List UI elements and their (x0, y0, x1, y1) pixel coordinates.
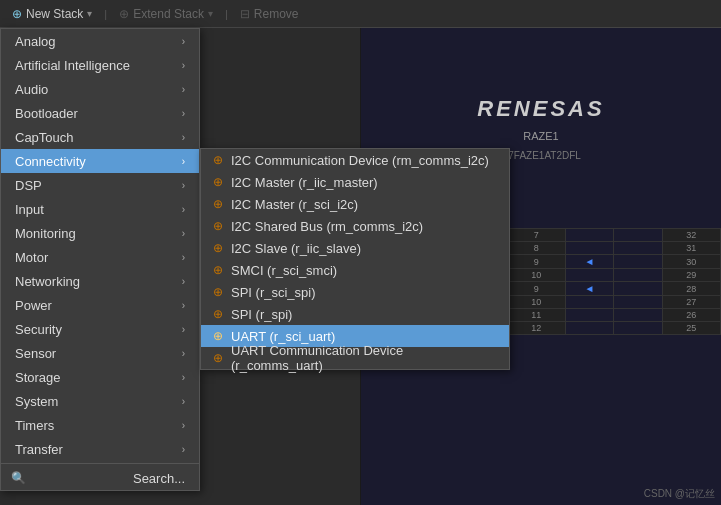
plug-icon: ⊕ (213, 285, 223, 299)
submenu-item-i2c-shared[interactable]: ⊕ I2C Shared Bus (rm_comms_i2c) (201, 215, 509, 237)
plug-icon: ⊕ (213, 197, 223, 211)
extend-stack-button[interactable]: ⊕ Extend Stack ▾ (113, 5, 219, 23)
remove-icon: ⊟ (240, 7, 250, 21)
chevron-icon: › (182, 180, 185, 191)
menu-item-audio[interactable]: Audio › (1, 77, 199, 101)
menu-item-dsp[interactable]: DSP › (1, 173, 199, 197)
renesas-submodel: R7FAZE1AT2DFL (501, 150, 581, 161)
menu-separator (1, 463, 199, 464)
remove-label: Remove (254, 7, 299, 21)
menu-item-connectivity[interactable]: Connectivity › (1, 149, 199, 173)
chevron-icon: › (182, 348, 185, 359)
renesas-logo: RENESAS (477, 96, 604, 122)
menu-item-transfer[interactable]: Transfer › (1, 437, 199, 461)
menu-item-security[interactable]: Security › (1, 317, 199, 341)
chevron-icon: › (182, 396, 185, 407)
menu-item-bootloader[interactable]: Bootloader › (1, 101, 199, 125)
menu-item-ai[interactable]: Artificial Intelligence › (1, 53, 199, 77)
chevron-icon: › (182, 252, 185, 263)
extend-stack-label: Extend Stack (133, 7, 204, 21)
menu-item-search[interactable]: 🔍 Search... (1, 466, 199, 490)
submenu-item-smci[interactable]: ⊕ SMCI (r_sci_smci) (201, 259, 509, 281)
context-menu: Analog › Artificial Intelligence › Audio… (0, 28, 200, 491)
watermark: CSDN @记忆丝 (644, 487, 715, 501)
plug-icon: ⊕ (213, 263, 223, 277)
chevron-icon: › (182, 372, 185, 383)
chevron-icon: › (182, 324, 185, 335)
menu-item-power[interactable]: Power › (1, 293, 199, 317)
menu-item-analog[interactable]: Analog › (1, 29, 199, 53)
submenu-item-spi-sci[interactable]: ⊕ SPI (r_sci_spi) (201, 281, 509, 303)
renesas-model: RAZE1 (523, 130, 558, 142)
menu-item-captouch[interactable]: CapTouch › (1, 125, 199, 149)
chevron-icon: › (182, 228, 185, 239)
chevron-icon: › (182, 156, 185, 167)
chevron-icon: › (182, 84, 185, 95)
plug-icon: ⊕ (213, 351, 223, 365)
chevron-icon: › (182, 204, 185, 215)
submenu-item-spi[interactable]: ⊕ SPI (r_spi) (201, 303, 509, 325)
menu-item-networking[interactable]: Networking › (1, 269, 199, 293)
submenu-item-i2c-slave[interactable]: ⊕ I2C Slave (r_iic_slave) (201, 237, 509, 259)
new-stack-label: New Stack (26, 7, 83, 21)
plug-icon: ⊕ (213, 219, 223, 233)
chevron-icon: › (182, 276, 185, 287)
plug-icon: ⊕ (213, 175, 223, 189)
menu-item-monitoring[interactable]: Monitoring › (1, 221, 199, 245)
chevron-icon: › (182, 132, 185, 143)
plug-icon: ⊕ (213, 241, 223, 255)
menu-item-input[interactable]: Input › (1, 197, 199, 221)
toolbar: ⊕ New Stack ▾ | ⊕ Extend Stack ▾ | ⊟ Rem… (0, 0, 721, 28)
menu-item-storage[interactable]: Storage › (1, 365, 199, 389)
chevron-icon: › (182, 444, 185, 455)
extend-stack-chevron: ▾ (208, 8, 213, 19)
chevron-icon: › (182, 420, 185, 431)
plug-icon: ⊕ (213, 153, 223, 167)
left-panel: Analog › Artificial Intelligence › Audio… (0, 28, 360, 505)
submenu-item-i2c-master-sci[interactable]: ⊕ I2C Master (r_sci_i2c) (201, 193, 509, 215)
submenu-item-uart-comms[interactable]: ⊕ UART Communication Device (r_comms_uar… (201, 347, 509, 369)
menu-item-system[interactable]: System › (1, 389, 199, 413)
new-stack-icon: ⊕ (12, 7, 22, 21)
remove-button[interactable]: ⊟ Remove (234, 5, 305, 23)
chevron-icon: › (182, 60, 185, 71)
chevron-icon: › (182, 300, 185, 311)
submenu-item-i2c-comms[interactable]: ⊕ I2C Communication Device (rm_comms_i2c… (201, 149, 509, 171)
main-area: Analog › Artificial Intelligence › Audio… (0, 28, 721, 505)
menu-item-timers[interactable]: Timers › (1, 413, 199, 437)
chevron-icon: › (182, 108, 185, 119)
new-stack-chevron: ▾ (87, 8, 92, 19)
toolbar-sep-2: | (223, 8, 230, 20)
toolbar-sep-1: | (102, 8, 109, 20)
menu-item-sensor[interactable]: Sensor › (1, 341, 199, 365)
plug-icon: ⊕ (213, 307, 223, 321)
chevron-icon: › (182, 36, 185, 47)
new-stack-button[interactable]: ⊕ New Stack ▾ (6, 5, 98, 23)
submenu: ⊕ I2C Communication Device (rm_comms_i2c… (200, 148, 510, 370)
search-icon: 🔍 (11, 471, 26, 485)
extend-stack-icon: ⊕ (119, 7, 129, 21)
submenu-item-i2c-master-iic[interactable]: ⊕ I2C Master (r_iic_master) (201, 171, 509, 193)
plug-icon: ⊕ (213, 329, 223, 343)
menu-item-motor[interactable]: Motor › (1, 245, 199, 269)
